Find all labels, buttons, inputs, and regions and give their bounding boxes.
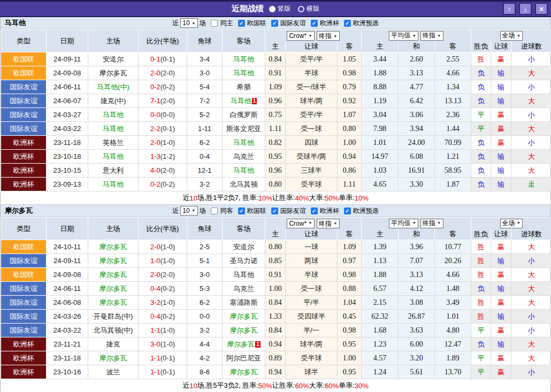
same-venue-checkbox[interactable]	[211, 207, 218, 214]
league-cell: 国际友谊	[1, 80, 47, 94]
chevron-down-icon: ▼	[517, 34, 521, 37]
summary-stat-value: 60%	[295, 382, 309, 390]
date-cell: 23-10-18	[47, 150, 88, 164]
chevron-down-icon: ▼	[192, 21, 196, 25]
avg-home-cell: 1.01	[362, 136, 399, 150]
move-up-button[interactable]: ↑	[503, 3, 516, 15]
odds-home-cell: 0.94	[265, 337, 286, 351]
avg-odds-group: 平均值▼ 终指▼	[362, 30, 471, 42]
league-label-1: 国际友谊	[280, 206, 306, 216]
league-label-2: 欧洲杯	[320, 19, 339, 28]
final-odds-select[interactable]: 终指▼	[317, 31, 340, 41]
league-label-2: 欧洲杯	[320, 206, 339, 216]
match-row: 国际友谊24-03-22马耳他2-2(0-1)1-11斯洛文尼亚1.11受一球0…	[1, 122, 551, 136]
goals-result-cell: 小	[511, 310, 551, 324]
league-checkbox-3[interactable]: ✓	[344, 207, 351, 214]
average-select[interactable]: 平均值▼	[389, 31, 418, 41]
final-odds-select[interactable]: 终指▼	[317, 219, 340, 228]
radio-horizontal-layout[interactable]: 横版	[298, 4, 319, 13]
move-down-button[interactable]: ↓	[519, 3, 532, 15]
avg-away-cell: 20.26	[435, 254, 471, 268]
handicap-cell: 平/半	[286, 296, 338, 310]
final-avg-select[interactable]: 终指▼	[420, 219, 443, 228]
bookmaker-select[interactable]: Crow*▼	[287, 219, 315, 228]
away-team-cell: 马耳他	[223, 268, 265, 282]
avg-home-cell: 4.57	[362, 351, 399, 365]
score-cell: 3-0(1-0)	[139, 337, 187, 351]
odds-away-cell: 0.92	[338, 94, 362, 108]
league-checkbox-3[interactable]: ✓	[344, 20, 351, 27]
home-team-cell: 马耳他	[88, 122, 139, 136]
average-select[interactable]: 平均值▼	[389, 219, 418, 228]
avg-draw-cell: 6.42	[399, 94, 435, 108]
col-header-corner: 角球	[187, 30, 223, 52]
odds-away-cell: 1.04	[338, 296, 362, 310]
league-checkbox-2[interactable]: ✓	[311, 20, 318, 27]
odds-away-cell: 0.79	[338, 80, 362, 94]
same-venue-checkbox[interactable]	[211, 20, 218, 27]
scope-select[interactable]: 全场▼	[500, 31, 523, 41]
col-header-home: 主场	[88, 30, 139, 52]
final-avg-select[interactable]: 终指▼	[420, 31, 443, 41]
away-team-cell: 塞浦路斯	[223, 296, 265, 310]
date-cell: 23-11-18	[47, 136, 88, 150]
match-row: 国际友谊24-03-27马耳他0-0(0-0)5-2白俄罗斯0.75受平/半1.…	[1, 108, 551, 122]
avg-away-cell: 13.13	[435, 94, 471, 108]
result-cell: 平	[471, 365, 491, 379]
result-cell: 胜	[471, 296, 491, 310]
league-checkbox-1[interactable]: ✓	[271, 20, 278, 27]
home-team-cell: 英格兰	[88, 136, 139, 150]
result-cell: 负	[471, 337, 491, 351]
close-button[interactable]: ×	[535, 3, 548, 15]
league-cell: 国际友谊	[1, 108, 47, 122]
goals-result-cell: 大	[511, 164, 551, 178]
avg-home-cell: 1.68	[362, 324, 399, 337]
avg-away-cell: 70.99	[435, 136, 471, 150]
date-cell: 24-09-11	[47, 254, 88, 268]
home-team-cell: 波兰	[88, 365, 139, 379]
home-team-cell: 意大利	[88, 164, 139, 178]
odds-home-cell: 0.89	[265, 351, 286, 365]
match-count-select[interactable]: 10▼	[180, 18, 197, 28]
league-checkbox-1[interactable]: ✓	[271, 207, 278, 214]
league-checkbox-0[interactable]: ✓	[238, 207, 245, 214]
avg-away-cell: 58.95	[435, 164, 471, 178]
away-team-cell: 北马其顿	[223, 178, 265, 191]
corner-cell: 3-0	[187, 66, 223, 80]
avg-away-cell: 2.55	[435, 52, 471, 66]
score-cell: 4-0(2-0)	[139, 164, 187, 178]
summary-row: 近10场,胜1平2负7, 胜率:10% 让胜率:40% 大率:50% 单率:10…	[1, 191, 550, 205]
corner-cell: 8-6	[187, 365, 223, 379]
match-row: 欧国联24-10-11摩尔多瓦2-0(1-0)2-5安道尔0.80一球1.091…	[1, 240, 551, 254]
handicap-cell: 一球	[286, 240, 338, 254]
league-cell: 欧洲杯	[1, 150, 47, 164]
result-cell: 负	[471, 66, 491, 80]
subheader-avg-away: 客	[435, 42, 471, 52]
chevron-down-icon: ▼	[308, 34, 312, 37]
goals-result-cell: 小	[511, 80, 551, 94]
match-count-select[interactable]: 10▼	[180, 206, 197, 216]
corner-cell: 4-4	[187, 337, 223, 351]
subheader-handicap: 让球	[286, 229, 338, 240]
handicap-cell: 受一球	[286, 122, 338, 136]
result-cell: 负	[471, 94, 491, 108]
handicap-result-cell: 赢	[491, 136, 511, 150]
away-team-cell: 摩尔多瓦	[223, 324, 265, 337]
result-cell: 胜	[471, 254, 491, 268]
chevron-down-icon: ▼	[412, 221, 416, 225]
league-checkbox-2[interactable]: ✓	[311, 207, 318, 214]
team-filter-bar: 摩尔多瓦 近 10▼ 场 同客 ✓ 欧国联 ✓ 国际友谊 ✓ 欧洲杯 ✓ 欧洲预…	[1, 205, 550, 217]
bookmaker-select[interactable]: Crow*▼	[287, 31, 315, 41]
league-checkbox-0[interactable]: ✓	[238, 20, 245, 27]
handicap-cell: 受半球	[286, 351, 338, 365]
chevron-down-icon: ▼	[437, 221, 441, 225]
handicap-cell: 受半球	[286, 178, 338, 191]
scope-select[interactable]: 全场▼	[500, 219, 523, 228]
subheader-home-odds: 主	[265, 229, 286, 240]
goals-result-cell: 小	[511, 52, 551, 66]
handicap-cell: 受平/半	[286, 108, 338, 122]
summary-text: 近	[182, 193, 189, 203]
radio-vertical-layout[interactable]: 竖版	[269, 4, 290, 13]
col-header-away: 客场	[223, 218, 265, 240]
chevron-down-icon: ▼	[192, 209, 196, 212]
